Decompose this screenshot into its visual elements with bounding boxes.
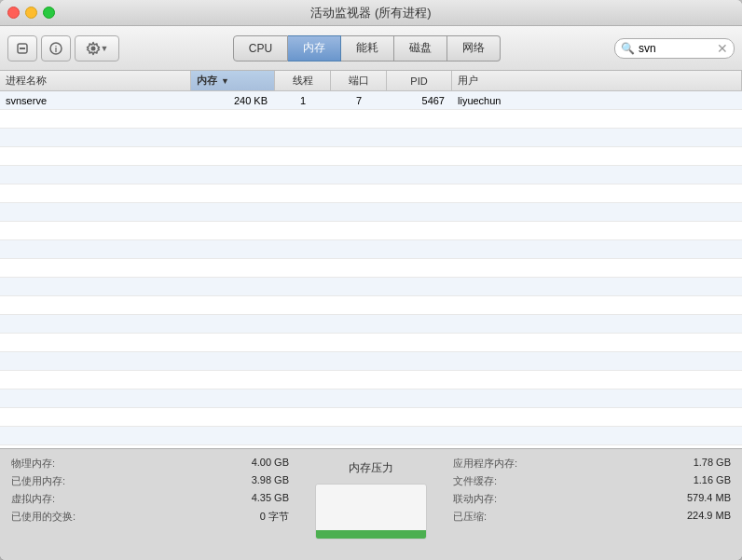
col-header-memory[interactable]: 内存 ▼ — [191, 71, 275, 90]
stats-right: 应用程序内存: 1.78 GB 文件缓存: 1.16 GB 联动内存: 579.… — [453, 457, 731, 553]
stats-left: 物理内存: 4.00 GB 已使用内存: 3.98 GB 虚拟内存: 4.35 … — [11, 457, 289, 553]
col-header-pid[interactable]: PID — [387, 71, 452, 90]
stat-label: 联动内存: — [453, 492, 497, 506]
stat-value: 4.35 GB — [252, 492, 289, 506]
cell-process-name: svnserve — [0, 95, 191, 106]
pressure-bar — [316, 530, 426, 539]
stat-label: 文件缓存: — [453, 474, 497, 488]
col-header-ports[interactable]: 端口 — [331, 71, 387, 90]
toolbar: i ▼ CPU 内存 能耗 磁盘 — [0, 26, 742, 71]
table-row[interactable] — [0, 110, 742, 129]
stat-label: 虚拟内存: — [11, 492, 55, 506]
column-headers: 进程名称 内存 ▼ 线程 端口 PID 用户 — [0, 71, 742, 91]
stats-panel: 物理内存: 4.00 GB 已使用内存: 3.98 GB 虚拟内存: 4.35 … — [0, 448, 742, 560]
stat-label: 已使用的交换: — [11, 510, 76, 524]
tab-network[interactable]: 网络 — [447, 35, 501, 61]
table-row[interactable] — [0, 278, 742, 296]
cell-threads: 1 — [275, 95, 331, 106]
stats-center: 内存压力 — [296, 457, 446, 553]
inspect-icon: i — [48, 41, 63, 56]
close-button[interactable] — [7, 7, 20, 19]
table-row[interactable] — [0, 166, 742, 184]
stat-compressed: 已压缩: 224.9 MB — [453, 510, 731, 524]
action-button[interactable]: ▼ — [75, 35, 119, 61]
stat-physical-memory: 物理内存: 4.00 GB — [11, 457, 289, 471]
title-bar: 活动监视器 (所有进程) — [0, 0, 742, 26]
main-window: 活动监视器 (所有进程) i ▼ — [0, 0, 742, 560]
tab-energy[interactable]: 能耗 — [341, 35, 394, 61]
stat-virtual-memory: 虚拟内存: 4.35 GB — [11, 492, 289, 506]
cell-memory: 240 KB — [191, 95, 275, 106]
svg-point-4 — [90, 46, 95, 50]
inspect-button[interactable]: i — [41, 35, 71, 61]
toolbar-right: 🔍 ✕ — [614, 38, 735, 59]
stat-value: 0 字节 — [260, 510, 289, 524]
search-clear-button[interactable]: ✕ — [717, 42, 728, 55]
tab-memory[interactable]: 内存 — [288, 35, 341, 61]
table-row[interactable]: svnserve 240 KB 1 7 5467 liyuechun — [0, 91, 742, 110]
col-header-threads[interactable]: 线程 — [275, 71, 331, 90]
table-row[interactable] — [0, 352, 742, 371]
stat-value: 1.78 GB — [694, 457, 731, 471]
table-row[interactable] — [0, 408, 742, 427]
table-row[interactable] — [0, 371, 742, 389]
toolbar-left: i ▼ — [7, 35, 119, 61]
cell-user: liyuechun — [452, 95, 742, 106]
table-row[interactable] — [0, 184, 742, 203]
stat-value: 4.00 GB — [252, 457, 289, 471]
tab-bar: CPU 内存 能耗 磁盘 网络 — [123, 35, 611, 61]
maximize-button[interactable] — [43, 7, 55, 19]
table-row[interactable] — [0, 315, 742, 334]
stat-swap-used: 已使用的交换: 0 字节 — [11, 510, 289, 524]
table-row[interactable] — [0, 240, 742, 259]
tab-disk[interactable]: 磁盘 — [394, 35, 447, 61]
svg-text:i: i — [55, 45, 58, 54]
gear-icon — [86, 41, 101, 56]
memory-pressure-label: 内存压力 — [349, 460, 393, 476]
tab-cpu[interactable]: CPU — [233, 35, 288, 61]
stat-value: 1.16 GB — [694, 474, 731, 488]
cell-ports: 7 — [331, 95, 387, 106]
table-row[interactable] — [0, 147, 742, 166]
stat-file-cache: 文件缓存: 1.16 GB — [453, 474, 731, 488]
table-row[interactable] — [0, 259, 742, 278]
col-header-process-name[interactable]: 进程名称 — [0, 71, 191, 90]
quit-icon — [15, 41, 30, 56]
sort-arrow-icon: ▼ — [221, 76, 229, 86]
stat-wired-memory: 联动内存: 579.4 MB — [453, 492, 731, 506]
stat-label: 物理内存: — [11, 457, 55, 471]
search-input[interactable] — [639, 42, 713, 55]
stat-value: 224.9 MB — [687, 510, 731, 524]
col-header-user[interactable]: 用户 — [452, 71, 742, 90]
table-row[interactable] — [0, 129, 742, 147]
table-row[interactable] — [0, 203, 742, 222]
quit-process-button[interactable] — [7, 35, 37, 61]
stat-app-memory: 应用程序内存: 1.78 GB — [453, 457, 731, 471]
cell-pid: 5467 — [387, 95, 452, 106]
table-row[interactable] — [0, 222, 742, 240]
stat-label: 已使用内存: — [11, 474, 65, 488]
search-icon: 🔍 — [621, 42, 635, 55]
stat-value: 3.98 GB — [252, 474, 289, 488]
action-dropdown-arrow: ▼ — [101, 44, 109, 53]
search-box[interactable]: 🔍 ✕ — [614, 38, 735, 59]
stat-used-memory: 已使用内存: 3.98 GB — [11, 474, 289, 488]
table-row[interactable] — [0, 296, 742, 315]
stat-value: 579.4 MB — [687, 492, 731, 506]
stat-label: 应用程序内存: — [453, 457, 517, 471]
process-list: svnserve 240 KB 1 7 5467 liyuechun — [0, 91, 742, 448]
table-row[interactable] — [0, 389, 742, 408]
window-title: 活动监视器 (所有进程) — [310, 5, 431, 21]
table-row[interactable] — [0, 334, 742, 352]
stat-label: 已压缩: — [453, 510, 487, 524]
traffic-lights — [7, 7, 55, 19]
minimize-button[interactable] — [25, 7, 37, 19]
table-row[interactable] — [0, 427, 742, 445]
pressure-bar-container — [315, 484, 427, 540]
